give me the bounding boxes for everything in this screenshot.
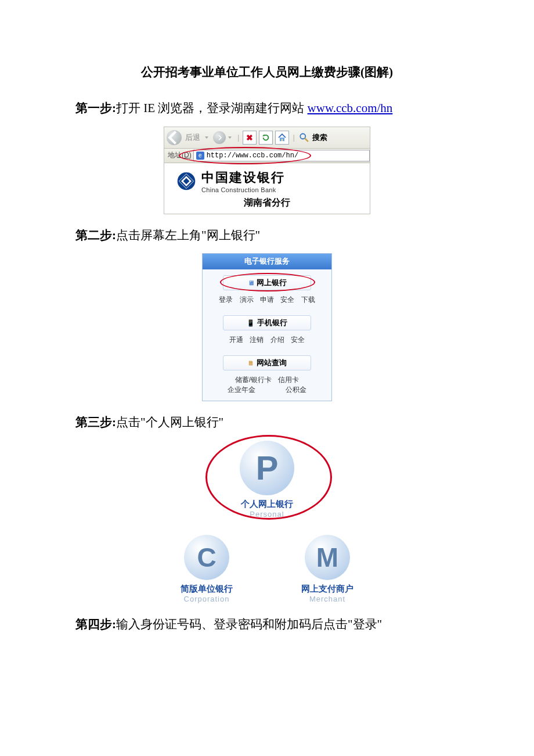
ccb-name-cn: 中国建设银行 <box>201 169 285 186</box>
address-url: http://www.ccb.com/hn/ <box>207 152 298 160</box>
ccb-url-link[interactable]: www.ccb.com/hn <box>308 101 393 115</box>
forward-button[interactable] <box>213 131 226 144</box>
forward-dropdown-icon[interactable] <box>228 136 232 139</box>
corporation-en: Corporation <box>166 595 247 603</box>
svg-rect-1 <box>282 139 283 141</box>
link-demo[interactable]: 演示 <box>240 296 254 304</box>
address-input[interactable]: e http://www.ccb.com/hn/ <box>193 150 370 161</box>
step-3-label: 第三步: <box>75 415 116 429</box>
link-download[interactable]: 下载 <box>301 296 315 304</box>
step-2-text-a: 点击屏幕左上角" <box>116 228 207 242</box>
link-savings[interactable]: 储蓄/银行卡 <box>235 376 272 384</box>
doc-icon: 🗎 <box>248 359 254 366</box>
personal-cn: 个人网上银行 <box>228 499 306 510</box>
ccb-branch: 湖南省分行 <box>164 197 370 209</box>
link-credit[interactable]: 信用卡 <box>278 376 299 384</box>
link-apply[interactable]: 申请 <box>260 296 274 304</box>
site-query-label: 网站查询 <box>257 358 287 368</box>
ie-toolbar: 后退 | ✖ | 搜索 <box>164 127 370 149</box>
address-label: 地址(D) <box>168 150 192 160</box>
mobile-banking-label: 手机银行 <box>257 318 287 328</box>
merchant-banking-button[interactable]: M 网上支付商户 Merchant <box>287 535 368 603</box>
stop-button[interactable]: ✖ <box>243 131 257 145</box>
link-fund[interactable]: 公积金 <box>286 386 306 394</box>
step-1-text: 打开 IE 浏览器，登录湖南建行网站 <box>116 101 308 115</box>
merchant-en: Merchant <box>287 595 368 603</box>
link-annuity[interactable]: 企业年金 <box>228 386 255 394</box>
personal-banking-button[interactable]: P 个人网上银行 Personal <box>228 441 306 519</box>
merchant-cn: 网上支付商户 <box>287 584 368 595</box>
p-circle-icon: P <box>240 441 294 495</box>
document-title: 公开招考事业单位工作人员网上缴费步骤(图解) <box>75 64 459 80</box>
link-open[interactable]: 开通 <box>229 336 243 344</box>
personal-en: Personal <box>228 510 306 519</box>
monitor-icon: 🖥 <box>248 279 254 286</box>
ccb-site-header: 中国建设银行 China Construction Bank 湖南省分行 <box>164 163 370 214</box>
online-banking-button[interactable]: 🖥 网上银行 <box>223 275 311 290</box>
corporation-cn: 简版单位银行 <box>166 584 247 595</box>
step-4: 第四步:输入身份证号码、登录密码和附加码后点击"登录" <box>75 615 459 635</box>
corporation-banking-button[interactable]: C 简版单位银行 Corporation <box>166 535 247 603</box>
search-icon[interactable] <box>298 132 310 143</box>
step-3-text-a: 点击" <box>116 415 146 429</box>
figure-1: 后退 | ✖ | 搜索 <box>75 127 459 214</box>
link-security[interactable]: 安全 <box>280 296 294 304</box>
m-circle-icon: M <box>305 535 350 580</box>
step-4-text-a: 输入身份证号码、登录密码和附加码后点击" <box>116 617 353 631</box>
mobile-banking-button[interactable]: 📱 手机银行 <box>223 315 311 330</box>
step-2: 第二步:点击屏幕左上角"网上银行" <box>75 226 459 246</box>
svg-point-2 <box>300 134 305 139</box>
step-4-text-b: " <box>377 617 383 631</box>
ebank-panel-header: 电子银行服务 <box>203 254 331 269</box>
step-3-target: 个人网上银行 <box>146 415 219 429</box>
step-3-text-b: " <box>219 415 224 429</box>
step-2-target: 网上银行 <box>207 228 255 242</box>
link-login[interactable]: 登录 <box>219 296 233 304</box>
figure-2: 电子银行服务 🖥 网上银行 登录 演示 申请 安全 下载 📱 手机银行 开通 注… <box>75 253 459 401</box>
back-dropdown-icon[interactable] <box>205 136 208 139</box>
site-query-button[interactable]: 🗎 网站查询 <box>223 355 311 370</box>
link-cancel[interactable]: 注销 <box>250 336 264 344</box>
ie-page-icon: e <box>196 152 204 160</box>
svg-line-3 <box>305 138 308 142</box>
search-label[interactable]: 搜索 <box>312 132 327 143</box>
home-button[interactable] <box>275 131 289 145</box>
back-button[interactable] <box>167 130 182 145</box>
step-1-label: 第一步: <box>75 101 116 115</box>
phone-icon: 📱 <box>247 319 255 327</box>
ccb-name-en: China Construction Bank <box>201 186 285 193</box>
step-1: 第一步:打开 IE 浏览器，登录湖南建行网站 www.ccb.com/hn <box>75 99 459 118</box>
back-label: 后退 <box>185 132 200 143</box>
step-2-label: 第二步: <box>75 228 116 242</box>
figure-3: P 个人网上银行 Personal C 简版单位银行 Corporation M… <box>75 441 459 603</box>
mobile-banking-links: 开通 注销 介绍 安全 <box>203 334 331 350</box>
c-circle-icon: C <box>184 535 229 580</box>
step-3: 第三步:点击"个人网上银行" <box>75 413 459 433</box>
step-4-label: 第四步: <box>75 617 116 631</box>
online-banking-links: 登录 演示 申请 安全 下载 <box>203 294 331 309</box>
ie-address-bar: 地址(D) e http://www.ccb.com/hn/ <box>164 149 370 163</box>
step-2-text-b: " <box>255 228 261 242</box>
link-security-2[interactable]: 安全 <box>291 336 305 344</box>
link-intro[interactable]: 介绍 <box>270 336 284 344</box>
step-4-target: 登录 <box>353 617 377 631</box>
ccb-logo-icon <box>176 171 197 192</box>
document-page: 公开招考事业单位工作人员网上缴费步骤(图解) 第一步:打开 IE 浏览器，登录湖… <box>0 0 534 700</box>
online-banking-label: 网上银行 <box>257 278 287 288</box>
site-query-links: 储蓄/银行卡 信用卡 企业年金 公积金 <box>203 374 331 401</box>
refresh-button[interactable] <box>259 131 273 145</box>
